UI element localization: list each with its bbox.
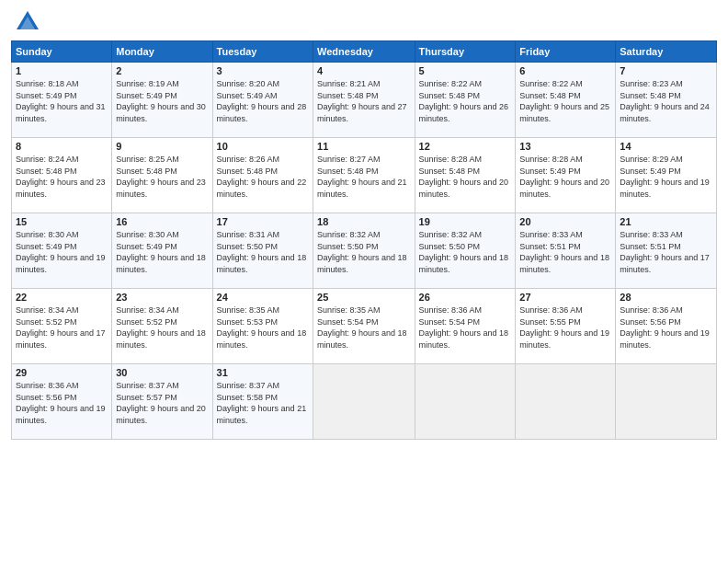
- table-row: 12 Sunrise: 8:28 AMSunset: 5:48 PMDaylig…: [415, 138, 516, 213]
- day-number: 23: [116, 292, 208, 303]
- col-monday: Monday: [112, 41, 212, 63]
- table-row: 13 Sunrise: 8:28 AMSunset: 5:49 PMDaylig…: [516, 138, 616, 213]
- logo: [11, 9, 40, 35]
- day-number: 14: [620, 141, 712, 152]
- col-thursday: Thursday: [415, 41, 516, 63]
- calendar-week-2: 8 Sunrise: 8:24 AMSunset: 5:48 PMDayligh…: [12, 138, 717, 213]
- day-number: 1: [16, 65, 108, 76]
- day-info: Sunrise: 8:28 AMSunset: 5:48 PMDaylight:…: [419, 154, 512, 200]
- day-number: 4: [317, 65, 410, 76]
- table-row: 19 Sunrise: 8:32 AMSunset: 5:50 PMDaylig…: [415, 213, 516, 289]
- day-number: 17: [217, 216, 309, 227]
- day-number: 11: [317, 141, 410, 152]
- day-number: 2: [116, 65, 208, 76]
- day-info: Sunrise: 8:32 AMSunset: 5:50 PMDaylight:…: [317, 229, 410, 275]
- day-number: 19: [419, 216, 512, 227]
- day-info: Sunrise: 8:36 AMSunset: 5:56 PMDaylight:…: [620, 304, 712, 350]
- day-info: Sunrise: 8:20 AMSunset: 5:49 AMDaylight:…: [217, 78, 309, 124]
- day-info: Sunrise: 8:28 AMSunset: 5:49 PMDaylight:…: [519, 154, 611, 200]
- table-row: 28 Sunrise: 8:36 AMSunset: 5:56 PMDaylig…: [616, 289, 717, 364]
- header-row: Sunday Monday Tuesday Wednesday Thursday…: [12, 41, 717, 63]
- day-info: Sunrise: 8:36 AMSunset: 5:54 PMDaylight:…: [419, 304, 512, 350]
- table-row: 1 Sunrise: 8:18 AMSunset: 5:49 PMDayligh…: [12, 63, 112, 138]
- day-info: Sunrise: 8:22 AMSunset: 5:48 PMDaylight:…: [419, 78, 512, 124]
- day-info: Sunrise: 8:29 AMSunset: 5:49 PMDaylight:…: [620, 154, 712, 200]
- day-info: Sunrise: 8:18 AMSunset: 5:49 PMDaylight:…: [16, 78, 108, 124]
- day-info: Sunrise: 8:36 AMSunset: 5:56 PMDaylight:…: [16, 380, 108, 426]
- day-info: Sunrise: 8:30 AMSunset: 5:49 PMDaylight:…: [16, 229, 108, 275]
- table-row: 15 Sunrise: 8:30 AMSunset: 5:49 PMDaylig…: [12, 213, 112, 289]
- logo-icon: [15, 9, 40, 35]
- day-info: Sunrise: 8:34 AMSunset: 5:52 PMDaylight:…: [116, 304, 208, 350]
- day-info: Sunrise: 8:26 AMSunset: 5:48 PMDaylight:…: [217, 154, 309, 200]
- calendar-week-1: 1 Sunrise: 8:18 AMSunset: 5:49 PMDayligh…: [12, 63, 717, 138]
- day-info: Sunrise: 8:31 AMSunset: 5:50 PMDaylight:…: [217, 229, 309, 275]
- day-number: 28: [620, 292, 712, 303]
- table-row: 23 Sunrise: 8:34 AMSunset: 5:52 PMDaylig…: [112, 289, 212, 364]
- day-info: Sunrise: 8:37 AMSunset: 5:57 PMDaylight:…: [116, 380, 208, 426]
- table-row: 18 Sunrise: 8:32 AMSunset: 5:50 PMDaylig…: [313, 213, 415, 289]
- day-info: Sunrise: 8:33 AMSunset: 5:51 PMDaylight:…: [620, 229, 712, 275]
- day-number: 5: [419, 65, 512, 76]
- calendar-week-5: 29 Sunrise: 8:36 AMSunset: 5:56 PMDaylig…: [12, 364, 717, 440]
- table-row: 7 Sunrise: 8:23 AMSunset: 5:48 PMDayligh…: [616, 63, 717, 138]
- table-row: 16 Sunrise: 8:30 AMSunset: 5:49 PMDaylig…: [112, 213, 212, 289]
- day-info: Sunrise: 8:30 AMSunset: 5:49 PMDaylight:…: [116, 229, 208, 275]
- col-wednesday: Wednesday: [313, 41, 415, 63]
- day-info: Sunrise: 8:24 AMSunset: 5:48 PMDaylight:…: [16, 154, 108, 200]
- day-number: 7: [620, 65, 712, 76]
- day-info: Sunrise: 8:22 AMSunset: 5:48 PMDaylight:…: [519, 78, 611, 124]
- table-row: 4 Sunrise: 8:21 AMSunset: 5:48 PMDayligh…: [313, 63, 415, 138]
- day-number: 21: [620, 216, 712, 227]
- table-row: 2 Sunrise: 8:19 AMSunset: 5:49 PMDayligh…: [112, 63, 212, 138]
- table-row: 27 Sunrise: 8:36 AMSunset: 5:55 PMDaylig…: [516, 289, 616, 364]
- day-number: 31: [217, 367, 309, 378]
- day-number: 24: [217, 292, 309, 303]
- day-info: Sunrise: 8:23 AMSunset: 5:48 PMDaylight:…: [620, 78, 712, 124]
- day-info: Sunrise: 8:34 AMSunset: 5:52 PMDaylight:…: [16, 304, 108, 350]
- table-row: [415, 364, 516, 440]
- header: [11, 9, 717, 35]
- table-row: 10 Sunrise: 8:26 AMSunset: 5:48 PMDaylig…: [212, 138, 313, 213]
- col-tuesday: Tuesday: [212, 41, 313, 63]
- table-row: 25 Sunrise: 8:35 AMSunset: 5:54 PMDaylig…: [313, 289, 415, 364]
- table-row: 11 Sunrise: 8:27 AMSunset: 5:48 PMDaylig…: [313, 138, 415, 213]
- day-info: Sunrise: 8:27 AMSunset: 5:48 PMDaylight:…: [317, 154, 410, 200]
- day-number: 25: [317, 292, 410, 303]
- calendar-week-3: 15 Sunrise: 8:30 AMSunset: 5:49 PMDaylig…: [12, 213, 717, 289]
- calendar-week-4: 22 Sunrise: 8:34 AMSunset: 5:52 PMDaylig…: [12, 289, 717, 364]
- day-number: 22: [16, 292, 108, 303]
- table-row: [516, 364, 616, 440]
- day-number: 8: [16, 141, 108, 152]
- table-row: 5 Sunrise: 8:22 AMSunset: 5:48 PMDayligh…: [415, 63, 516, 138]
- day-info: Sunrise: 8:35 AMSunset: 5:54 PMDaylight:…: [317, 304, 410, 350]
- day-number: 18: [317, 216, 410, 227]
- day-info: Sunrise: 8:35 AMSunset: 5:53 PMDaylight:…: [217, 304, 309, 350]
- day-number: 9: [116, 141, 208, 152]
- day-number: 20: [519, 216, 611, 227]
- day-number: 3: [217, 65, 309, 76]
- day-number: 30: [116, 367, 208, 378]
- table-row: 17 Sunrise: 8:31 AMSunset: 5:50 PMDaylig…: [212, 213, 313, 289]
- table-row: 30 Sunrise: 8:37 AMSunset: 5:57 PMDaylig…: [112, 364, 212, 440]
- day-info: Sunrise: 8:36 AMSunset: 5:55 PMDaylight:…: [519, 304, 611, 350]
- table-row: 22 Sunrise: 8:34 AMSunset: 5:52 PMDaylig…: [12, 289, 112, 364]
- day-number: 10: [217, 141, 309, 152]
- table-row: 14 Sunrise: 8:29 AMSunset: 5:49 PMDaylig…: [616, 138, 717, 213]
- table-row: 26 Sunrise: 8:36 AMSunset: 5:54 PMDaylig…: [415, 289, 516, 364]
- table-row: 31 Sunrise: 8:37 AMSunset: 5:58 PMDaylig…: [212, 364, 313, 440]
- day-number: 26: [419, 292, 512, 303]
- table-row: 24 Sunrise: 8:35 AMSunset: 5:53 PMDaylig…: [212, 289, 313, 364]
- table-row: 3 Sunrise: 8:20 AMSunset: 5:49 AMDayligh…: [212, 63, 313, 138]
- table-row: [313, 364, 415, 440]
- day-number: 27: [519, 292, 611, 303]
- calendar-header: Sunday Monday Tuesday Wednesday Thursday…: [12, 41, 717, 63]
- day-number: 6: [519, 65, 611, 76]
- day-number: 13: [519, 141, 611, 152]
- table-row: 8 Sunrise: 8:24 AMSunset: 5:48 PMDayligh…: [12, 138, 112, 213]
- day-number: 29: [16, 367, 108, 378]
- day-info: Sunrise: 8:25 AMSunset: 5:48 PMDaylight:…: [116, 154, 208, 200]
- day-info: Sunrise: 8:32 AMSunset: 5:50 PMDaylight:…: [419, 229, 512, 275]
- calendar: Sunday Monday Tuesday Wednesday Thursday…: [11, 40, 717, 440]
- col-saturday: Saturday: [616, 41, 717, 63]
